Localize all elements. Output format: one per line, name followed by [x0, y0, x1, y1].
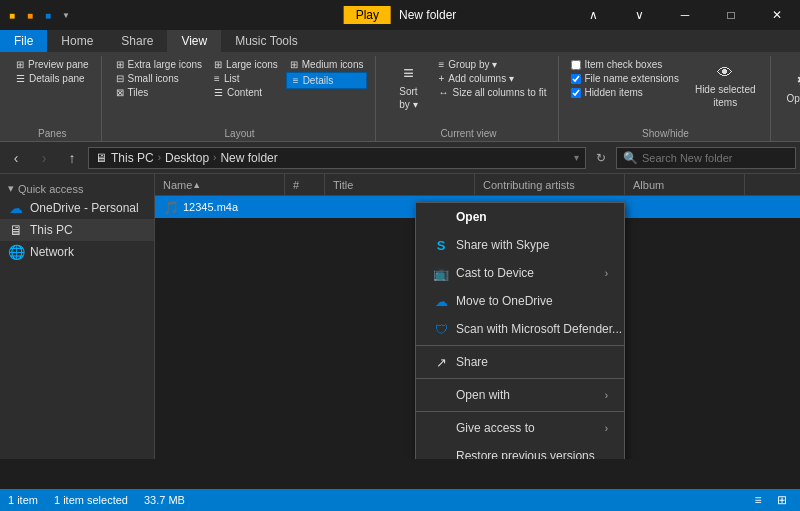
- col-title-header[interactable]: Title: [325, 174, 475, 195]
- quick-access-header[interactable]: ▾ Quick access: [0, 178, 154, 197]
- tab-share[interactable]: Share: [107, 30, 167, 52]
- checkboxes-col: Item check boxes File name extensions Hi…: [569, 58, 681, 99]
- minimize-btn[interactable]: ─: [662, 0, 708, 30]
- size-all-columns-btn[interactable]: ↔ Size all columns to fit: [434, 86, 550, 99]
- details-pane-btn[interactable]: ☰ Details pane: [12, 72, 93, 85]
- ctx-scan-defender[interactable]: 🛡 Scan with Microsoft Defender...: [416, 315, 624, 343]
- details-btn[interactable]: ≡ Details: [286, 72, 368, 89]
- show-hide-content: Item check boxes File name extensions Hi…: [569, 56, 761, 128]
- title-play-label: Play: [344, 6, 391, 24]
- add-columns-btn[interactable]: + Add columns ▾: [434, 72, 550, 85]
- maximize-btn[interactable]: □: [708, 0, 754, 30]
- file-area: Name ▲ # Title Contributing artists Albu…: [155, 174, 800, 459]
- share-icon: ↗: [432, 353, 450, 371]
- group-by-btn[interactable]: ≡ Group by ▾: [434, 58, 550, 71]
- onedrive-icon: ☁: [8, 200, 24, 216]
- up-btn[interactable]: ↑: [60, 146, 84, 170]
- preview-icon: ⊞: [16, 59, 24, 70]
- large-icons-btn[interactable]: ⊞ Large icons: [210, 58, 282, 71]
- app-icon-down: ▼: [58, 7, 74, 23]
- tiles-icon: ⊠: [116, 87, 124, 98]
- ctx-share-skype[interactable]: S Share with Skype: [416, 231, 624, 259]
- refresh-btn[interactable]: ↻: [590, 147, 612, 169]
- ctx-move-onedrive[interactable]: ☁ Move to OneDrive: [416, 287, 624, 315]
- tiles-btn[interactable]: ⊠ Tiles: [112, 86, 206, 99]
- preview-pane-btn[interactable]: ⊞ Preview pane: [12, 58, 93, 71]
- charm-down-btn[interactable]: ∨: [616, 0, 662, 30]
- extra-large-icons-btn[interactable]: ⊞ Extra large icons: [112, 58, 206, 71]
- status-bar: 1 item 1 item selected 33.7 MB ≡ ⊞: [0, 489, 800, 511]
- item-count: 1 item: [8, 494, 38, 506]
- network-label: Network: [30, 245, 74, 259]
- content-btn[interactable]: ☰ Content: [210, 86, 282, 99]
- address-bar: ‹ › ↑ 🖥 This PC › Desktop › New folder ▾…: [0, 142, 800, 174]
- close-btn[interactable]: ✕: [754, 0, 800, 30]
- onedrive-ctx-icon: ☁: [432, 292, 450, 310]
- sort-by-btn[interactable]: ≡ Sort by ▾: [386, 58, 430, 114]
- size-columns-icon: ↔: [438, 87, 448, 98]
- item-check-boxes-checkbox[interactable]: [571, 60, 581, 70]
- address-path[interactable]: 🖥 This PC › Desktop › New folder ▾: [88, 147, 586, 169]
- tab-file[interactable]: File: [0, 30, 47, 52]
- hidden-items-label[interactable]: Hidden items: [569, 86, 681, 99]
- ribbon-group-show-hide: Item check boxes File name extensions Hi…: [561, 56, 770, 141]
- title-text: Play New folder: [344, 6, 457, 24]
- ctx-open-with[interactable]: Open with ›: [416, 381, 624, 409]
- ctx-restore-versions[interactable]: Restore previous versions: [416, 442, 624, 459]
- list-view-toggle[interactable]: ≡: [748, 492, 768, 508]
- list-btn[interactable]: ≡ List: [210, 72, 282, 85]
- ctx-give-access[interactable]: Give access to ›: [416, 414, 624, 442]
- path-new-folder: New folder: [220, 151, 277, 165]
- charm-up-btn[interactable]: ∧: [570, 0, 616, 30]
- tab-music-tools[interactable]: Music Tools: [221, 30, 311, 52]
- onedrive-label: OneDrive - Personal: [30, 201, 139, 215]
- col-artist-header[interactable]: Contributing artists: [475, 174, 625, 195]
- sep1: ›: [158, 152, 161, 163]
- ribbon: ⊞ Preview pane ☰ Details pane Panes ⊞ Ex…: [0, 52, 800, 142]
- ctx-open[interactable]: Open: [416, 203, 624, 231]
- search-input[interactable]: [642, 152, 789, 164]
- file-name-extensions-label[interactable]: File name extensions: [569, 72, 681, 85]
- layout-col2: ⊞ Large icons ≡ List ☰ Content: [210, 58, 282, 99]
- col-album-header[interactable]: Album: [625, 174, 745, 195]
- title-folder-label: New folder: [399, 8, 456, 22]
- sidebar-item-network[interactable]: 🌐 Network: [0, 241, 154, 263]
- item-selected: 1 item selected: [54, 494, 128, 506]
- col-name-header[interactable]: Name ▲: [155, 174, 285, 195]
- hidden-items-checkbox[interactable]: [571, 88, 581, 98]
- item-check-boxes-label[interactable]: Item check boxes: [569, 58, 681, 71]
- file-num-cell: [285, 196, 325, 218]
- tab-view[interactable]: View: [167, 30, 221, 52]
- options-icon: ⚙: [796, 69, 800, 91]
- layout-label: Layout: [225, 128, 255, 141]
- detail-view-toggle[interactable]: ⊞: [772, 492, 792, 508]
- sidebar-item-this-pc[interactable]: 🖥 This PC: [0, 219, 154, 241]
- col-num-header[interactable]: #: [285, 174, 325, 195]
- ctx-share[interactable]: ↗ Share: [416, 348, 624, 376]
- ctx-cast-to-device[interactable]: 📺 Cast to Device ›: [416, 259, 624, 287]
- back-btn[interactable]: ‹: [4, 146, 28, 170]
- hide-selected-items-btn[interactable]: 👁 Hide selected items: [689, 58, 762, 114]
- ribbon-group-layout: ⊞ Extra large icons ⊟ Small icons ⊠ Tile…: [104, 56, 377, 141]
- skype-icon: S: [432, 236, 450, 254]
- small-icons-btn[interactable]: ⊟ Small icons: [112, 72, 206, 85]
- panes-label: Panes: [38, 128, 66, 141]
- context-menu: Open S Share with Skype 📺 Cast to Device…: [415, 202, 625, 459]
- sep-2: [416, 378, 624, 379]
- file-name-cell: 🎵 12345.m4a: [155, 196, 285, 218]
- forward-btn[interactable]: ›: [32, 146, 56, 170]
- ribbon-group-current-view: ≡ Sort by ▾ ≡ Group by ▾ + Add columns ▾…: [378, 56, 559, 141]
- options-btn[interactable]: ⚙ Options: [781, 58, 800, 114]
- medium-icons-btn[interactable]: ⊞ Medium icons: [286, 58, 368, 71]
- file-name: 12345.m4a: [183, 201, 238, 213]
- details-icon: ≡: [293, 75, 299, 86]
- view-options-col: ≡ Group by ▾ + Add columns ▾ ↔ Size all …: [434, 58, 550, 114]
- tab-home[interactable]: Home: [47, 30, 107, 52]
- search-box: 🔍: [616, 147, 796, 169]
- current-view-label: Current view: [440, 128, 496, 141]
- sidebar: ▾ Quick access ☁ OneDrive - Personal 🖥 T…: [0, 174, 155, 459]
- file-name-extensions-checkbox[interactable]: [571, 74, 581, 84]
- open-icon: [432, 208, 450, 226]
- sidebar-item-onedrive[interactable]: ☁ OneDrive - Personal: [0, 197, 154, 219]
- sep-1: [416, 345, 624, 346]
